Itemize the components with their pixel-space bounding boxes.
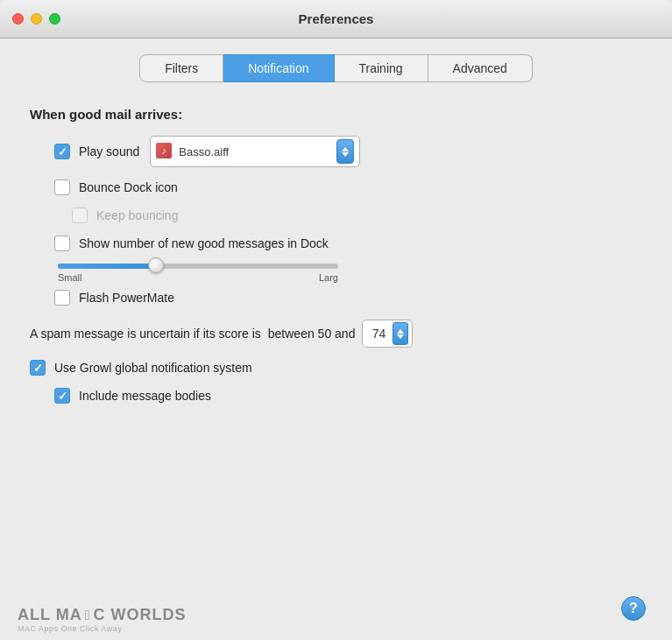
bounce-dock-checkbox[interactable] [54, 179, 70, 195]
sound-icon-img [156, 143, 172, 158]
watermark-main: ALL MA  C WORLDS [18, 606, 187, 624]
help-button[interactable]: ? [621, 596, 646, 621]
tab-training[interactable]: Training [335, 54, 428, 82]
message-bodies-checkbox-wrap[interactable]: Include message bodies [54, 388, 211, 404]
keep-bouncing-checkbox-wrap: Keep bouncing [72, 207, 178, 223]
message-bodies-row: Include message bodies [54, 388, 646, 404]
flash-powermate-row: Flash PowerMate [54, 290, 646, 306]
play-sound-checkbox-wrap[interactable]: Play sound [54, 144, 139, 159]
window-controls [12, 13, 60, 25]
bounce-dock-checkbox-wrap[interactable]: Bounce Dock icon [54, 179, 178, 195]
score-stepper-up-icon [397, 329, 404, 334]
keep-bouncing-checkbox [72, 207, 88, 223]
close-button[interactable] [12, 13, 24, 25]
sound-stepper[interactable] [336, 139, 354, 164]
slider-fill [58, 264, 156, 269]
tab-bar: Filters Notification Training Advanced [26, 54, 646, 82]
play-sound-label: Play sound [79, 144, 139, 158]
show-number-row: Show number of new good messages in Dock [54, 236, 646, 251]
stepper-down-icon [342, 152, 349, 157]
size-slider-container: Small Larg [58, 264, 646, 283]
maximize-button[interactable] [49, 13, 60, 25]
score-value[interactable]: 74 [366, 325, 391, 342]
watermark-text-worlds: C WORLDS [94, 606, 187, 624]
apple-logo-icon:  [85, 608, 91, 623]
bottom-row: ? [621, 596, 646, 621]
score-input-wrap[interactable]: 74 [362, 320, 413, 348]
growl-row: Use Growl global notification system [30, 360, 646, 376]
score-text-part1: A spam message is uncertain if its score… [30, 327, 261, 341]
watermark-text-all: ALL MA [18, 606, 82, 624]
growl-label: Use Growl global notification system [54, 361, 252, 375]
keep-bouncing-row: Keep bouncing [72, 207, 646, 223]
growl-checkbox[interactable] [30, 360, 46, 376]
sound-file-name: Basso.aiff [179, 145, 331, 158]
play-sound-row: Play sound Basso.aiff [54, 136, 646, 167]
show-number-checkbox-wrap[interactable]: Show number of new good messages in Dock [54, 236, 329, 251]
slider-large-label: Larg [319, 272, 338, 283]
message-bodies-label: Include message bodies [79, 389, 211, 403]
message-bodies-checkbox[interactable] [54, 388, 70, 404]
watermark-sub: MAC Apps One Click Away [18, 624, 122, 633]
slider-small-label: Small [58, 272, 82, 283]
tab-filters[interactable]: Filters [139, 54, 223, 82]
tab-notification[interactable]: Notification [223, 54, 334, 82]
show-number-checkbox[interactable] [54, 236, 70, 251]
keep-bouncing-label: Keep bouncing [96, 208, 178, 222]
growl-checkbox-wrap[interactable]: Use Growl global notification system [30, 360, 252, 376]
score-stepper[interactable] [393, 322, 408, 345]
tab-advanced[interactable]: Advanced [428, 54, 533, 82]
window-title: Preferences [299, 11, 374, 26]
score-stepper-down-icon [397, 334, 404, 339]
score-text-part2: between 50 and [268, 327, 356, 341]
main-content: Filters Notification Training Advanced W… [0, 39, 672, 640]
flash-powermate-label: Flash PowerMate [79, 291, 174, 305]
bounce-dock-row: Bounce Dock icon [54, 179, 646, 195]
sound-dropdown[interactable]: Basso.aiff [150, 136, 360, 167]
bounce-dock-label: Bounce Dock icon [79, 180, 178, 194]
watermark: ALL MA  C WORLDS MAC Apps One Click Awa… [18, 606, 187, 633]
flash-powermate-checkbox[interactable] [54, 290, 70, 306]
sound-file-icon [156, 143, 173, 160]
stepper-up-icon [342, 147, 349, 151]
flash-powermate-checkbox-wrap[interactable]: Flash PowerMate [54, 290, 174, 306]
minimize-button[interactable] [31, 13, 42, 25]
show-number-label: Show number of new good messages in Dock [79, 236, 329, 250]
title-bar: Preferences [0, 0, 672, 39]
score-row: A spam message is uncertain if its score… [30, 320, 646, 348]
slider-thumb[interactable] [148, 257, 164, 273]
slider-labels: Small Larg [58, 272, 338, 283]
play-sound-checkbox[interactable] [54, 144, 70, 159]
slider-track[interactable] [58, 264, 338, 269]
section-label: When good mail arrives: [30, 107, 646, 122]
